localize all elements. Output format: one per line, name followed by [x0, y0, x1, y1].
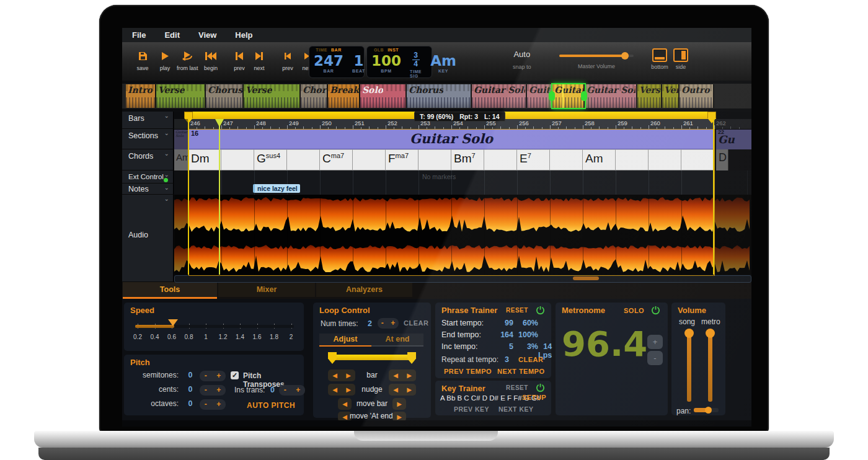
tab-tools[interactable]: Tools [123, 282, 217, 299]
chord-cell-fma7[interactable]: Fma7 [386, 149, 418, 170]
loop-widget-start-handle[interactable] [328, 352, 337, 364]
song-section-verse[interactable]: Verse [244, 84, 301, 108]
auto-pitch-button[interactable]: AUTO PITCH [247, 401, 295, 410]
layout-bottom-button[interactable]: bottom [650, 48, 669, 70]
master-volume-slider[interactable] [559, 55, 634, 57]
song-section-guitar-solo[interactable]: Guitar Solo [552, 84, 585, 108]
chevron-down-icon[interactable]: ⌄ [164, 184, 169, 191]
metronome-plus-button[interactable]: + [647, 335, 663, 349]
chord-cell-e7[interactable]: E7 [517, 149, 550, 170]
prev-bar-button[interactable]: prev [277, 48, 298, 71]
song-section-chorus[interactable]: Chorus [301, 84, 328, 108]
loop-nudge-right-buttons[interactable]: ◀▶ [389, 384, 416, 396]
song-section-solo[interactable]: Solo [360, 84, 407, 108]
chord-cell-empty[interactable] [550, 149, 583, 170]
menu-file[interactable]: File [132, 30, 146, 40]
chord-cell-empty[interactable] [484, 149, 517, 170]
move-bar-right-button[interactable]: ▶ [392, 398, 406, 410]
phrase-reset-button[interactable]: RESET [506, 307, 528, 314]
ext-control-row[interactable]: No markers [174, 170, 751, 184]
chevron-down-icon[interactable]: ⌄ [164, 130, 169, 136]
snap-to-control[interactable]: Auto snap to [513, 50, 531, 70]
save-button[interactable]: save [132, 48, 153, 71]
song-section-guitar-solo[interactable]: Guitar Solo [585, 84, 637, 108]
metronome-minus-button[interactable]: - [647, 351, 663, 365]
tab-mixer[interactable]: Mixer [218, 282, 315, 297]
song-section-verse[interactable]: Verse [662, 84, 680, 108]
loop-end-line[interactable] [713, 119, 714, 275]
track-header-notes[interactable]: Notes⌄ [122, 184, 174, 195]
song-section-outro[interactable]: Outro [680, 84, 714, 108]
chord-cell-cma7[interactable]: Cma7 [320, 149, 353, 170]
pan-slider[interactable] [694, 408, 719, 412]
chord-cell-empty[interactable] [353, 149, 386, 170]
move-bar-left-button[interactable]: ◀ [338, 398, 352, 410]
next-key-button[interactable]: NEXT KEY [498, 405, 534, 413]
chord-cell-empty[interactable] [418, 149, 451, 170]
song-volume-slider[interactable] [687, 332, 691, 402]
track-header-bars[interactable]: Bars⌄ [122, 112, 174, 129]
track-header-chords[interactable]: Chords⌄ [122, 149, 174, 170]
pan-handle[interactable] [705, 407, 712, 414]
timeline-scrollbar-thumb[interactable] [573, 276, 599, 280]
begin-button[interactable]: begin [200, 48, 221, 71]
menu-view[interactable]: View [198, 30, 216, 40]
chord-cell-am[interactable]: Am [583, 149, 616, 170]
metronome-solo-button[interactable]: SOLO [624, 307, 644, 314]
menu-help[interactable]: Help [235, 30, 252, 40]
loop-widget-bar[interactable] [332, 355, 412, 360]
track-header-audio[interactable]: Audio⌄ [122, 195, 174, 282]
tab-at-end[interactable]: At end [371, 334, 423, 347]
note-bubble[interactable]: nice lazy feel [253, 184, 300, 193]
metro-volume-handle[interactable] [706, 329, 715, 338]
ins-trans-stepper[interactable]: -+ [279, 385, 305, 396]
octaves-stepper[interactable]: -+ [200, 399, 226, 410]
prev-key-button[interactable]: PREV KEY [454, 405, 489, 413]
next-section-button[interactable]: next [249, 48, 270, 71]
chord-cell-empty[interactable] [681, 149, 714, 170]
chord-cell-empty[interactable] [616, 149, 649, 170]
song-section-verse[interactable]: Verse [637, 84, 662, 108]
track-header-sections[interactable]: Sections⌄ [122, 129, 174, 149]
chevron-down-icon[interactable]: ⌄ [164, 171, 169, 178]
chord-cell-gsus4[interactable]: Gsus4 [254, 149, 287, 170]
chord-cell-empty[interactable] [287, 149, 320, 170]
next-tempo-button[interactable]: NEXT TEMPO [497, 368, 545, 375]
loop-bar-right-buttons[interactable]: ◀▶ [389, 369, 416, 381]
tab-adjust[interactable]: Adjust [319, 334, 371, 347]
master-volume-handle[interactable] [621, 52, 629, 60]
song-section-break[interactable]: Break [328, 84, 360, 108]
prev-section-button[interactable]: prev [229, 48, 250, 71]
notes-row[interactable]: nice lazy feel [174, 184, 751, 195]
song-volume-handle[interactable] [684, 329, 694, 338]
pitch-transposes-checkbox[interactable]: ✓ [231, 371, 239, 379]
song-section-verse[interactable]: Verse [156, 84, 206, 108]
waveform[interactable] [174, 195, 751, 275]
loop-widget-end-handle[interactable] [407, 352, 416, 364]
chevron-down-icon[interactable]: ⌄ [164, 112, 169, 119]
song-section-chorus[interactable]: Chorus [206, 84, 244, 108]
play-from-last-button[interactable]: from last [177, 48, 198, 71]
chord-cell-empty[interactable] [221, 149, 254, 170]
cents-stepper[interactable]: -+ [200, 385, 226, 396]
prev-tempo-button[interactable]: PREV TEMPO [444, 368, 492, 375]
phrase-clear-button[interactable]: CLEAR [518, 356, 543, 363]
chevron-down-icon[interactable]: ⌄ [164, 195, 169, 202]
play-button[interactable]: play [154, 48, 175, 71]
phrase-power-icon[interactable] [536, 306, 545, 315]
chord-cell-empty[interactable] [649, 149, 681, 170]
chord-cell-dm[interactable]: Dm [188, 149, 221, 170]
song-section-intro[interactable]: Intro [126, 84, 156, 108]
metronome-power-icon[interactable] [651, 306, 660, 315]
loop-start-line[interactable] [188, 119, 189, 275]
song-section-guitar-solo[interactable]: Guitar Solo [472, 84, 527, 108]
section-block[interactable]: 16 Guitar Solo [188, 129, 714, 149]
semitones-stepper[interactable]: -+ [200, 371, 226, 381]
key-setup-button[interactable]: SETUP [522, 394, 546, 401]
metro-volume-slider[interactable] [708, 332, 712, 402]
timeline-scrollbar[interactable] [174, 275, 751, 283]
song-section-chorus[interactable]: Chorus [407, 84, 472, 108]
menu-edit[interactable]: Edit [164, 30, 180, 40]
chord-cell-bm7[interactable]: Bm7 [451, 149, 484, 170]
layout-side-button[interactable]: side [671, 48, 690, 70]
